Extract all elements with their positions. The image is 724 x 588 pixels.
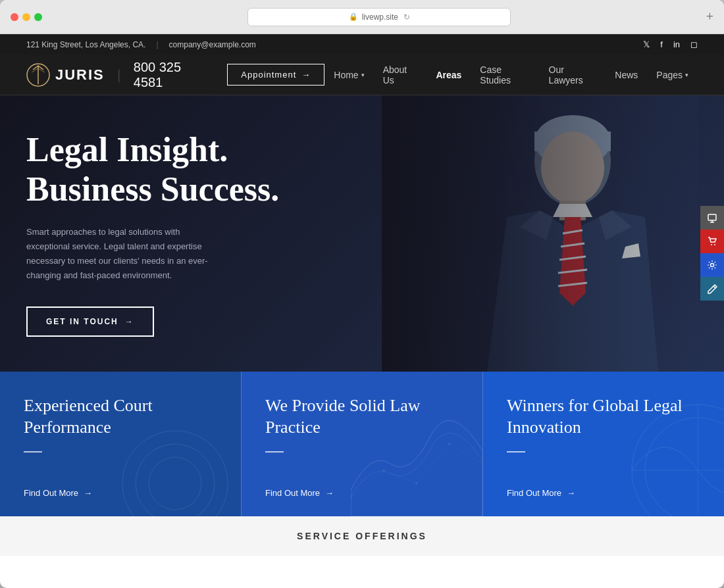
feature-card-3: Winners for Global Legal Innovation Find… xyxy=(482,372,724,516)
maximize-dot[interactable] xyxy=(34,13,42,21)
svg-point-17 xyxy=(711,244,712,245)
top-bar-divider: | xyxy=(156,40,158,49)
svg-point-21 xyxy=(136,444,215,516)
logo-text: JURIS xyxy=(55,66,105,84)
appointment-button[interactable]: Appointment → xyxy=(227,64,324,86)
svg-point-29 xyxy=(448,443,451,445)
card-2-divider xyxy=(265,451,284,453)
svg-rect-13 xyxy=(382,95,698,372)
logo[interactable]: JURIS xyxy=(26,63,105,87)
svg-point-27 xyxy=(382,469,385,472)
browser-dots xyxy=(11,13,42,21)
url-text: livewp.site xyxy=(362,12,398,22)
sidebar-tools xyxy=(700,206,724,301)
tool-preview[interactable] xyxy=(700,206,724,230)
service-bar: SERVICE OFFERINGS xyxy=(0,516,724,556)
email-text: company@example.com xyxy=(169,40,256,49)
tool-edit[interactable] xyxy=(700,277,724,301)
linkedin-icon[interactable]: in xyxy=(673,39,680,49)
minimize-dot[interactable] xyxy=(22,13,30,21)
svg-point-28 xyxy=(415,482,418,485)
get-in-touch-button[interactable]: GET IN TOUCH → xyxy=(26,306,154,337)
facebook-icon[interactable]: f xyxy=(660,39,663,49)
card-3-divider xyxy=(507,451,525,453)
svg-rect-14 xyxy=(708,214,716,220)
nav-our-lawyers[interactable]: Our Lawyers xyxy=(540,55,606,95)
tool-cart[interactable] xyxy=(700,230,724,253)
nav-areas[interactable]: Areas xyxy=(427,55,471,95)
phone-number: 800 325 4581 xyxy=(134,60,211,90)
navbar-divider: | xyxy=(118,67,120,82)
hero-person-image xyxy=(382,95,698,372)
hero-subtitle: Smart approaches to legal solutions with… xyxy=(26,225,224,283)
hero-content: Legal Insight. Business Success. Smart a… xyxy=(0,95,305,372)
main-navigation: Home ▾ About Us Areas Case Studies Our L… xyxy=(324,55,698,95)
refresh-icon[interactable]: ↻ xyxy=(403,12,410,22)
address-text: 121 King Street, Los Angeles, CA. xyxy=(26,40,145,49)
svg-point-32 xyxy=(645,418,724,516)
twitter-icon[interactable]: 𝕏 xyxy=(643,39,650,49)
social-icons: 𝕏 f in ◻ xyxy=(643,39,698,49)
appointment-arrow: → xyxy=(301,70,311,80)
navbar: JURIS | 800 325 4581 Appointment → Home … xyxy=(0,55,724,95)
feature-cards: Experienced Court Performance Find Out M… xyxy=(0,372,724,516)
logo-icon xyxy=(26,63,50,87)
feature-card-1: Experienced Court Performance Find Out M… xyxy=(0,372,241,516)
lock-icon: 🔒 xyxy=(349,12,358,21)
nav-about-us[interactable]: About Us xyxy=(374,55,427,95)
service-label: SERVICE OFFERINGS xyxy=(297,531,427,541)
hero-title: Legal Insight. Business Success. xyxy=(26,130,279,209)
cta-label: GET IN TOUCH xyxy=(46,317,118,326)
hero-section: Legal Insight. Business Success. Smart a… xyxy=(0,95,724,372)
svg-line-25 xyxy=(417,444,450,483)
nav-case-studies[interactable]: Case Studies xyxy=(471,55,539,95)
cta-arrow: → xyxy=(125,317,134,326)
tool-settings[interactable] xyxy=(700,253,724,277)
nav-pages[interactable]: Pages ▾ xyxy=(647,55,698,95)
svg-point-19 xyxy=(711,264,714,267)
card-bg-3 xyxy=(579,385,724,516)
website-content: 121 King Street, Los Angeles, CA. | comp… xyxy=(0,34,724,588)
browser-window: 🔒 livewp.site ↻ + 121 King Street, Los A… xyxy=(0,0,724,588)
svg-line-24 xyxy=(384,470,417,483)
person-svg xyxy=(382,95,698,372)
browser-actions: + xyxy=(706,9,713,24)
card-bg-1 xyxy=(109,385,241,516)
svg-point-18 xyxy=(714,244,715,245)
new-tab-button[interactable]: + xyxy=(706,9,713,24)
nav-news[interactable]: News xyxy=(606,55,647,95)
card-1-divider xyxy=(24,451,42,453)
top-bar: 121 King Street, Los Angeles, CA. | comp… xyxy=(0,34,724,55)
feature-card-2: We Provide Solid Law Practice Find Out M… xyxy=(241,372,482,516)
svg-point-22 xyxy=(149,457,201,510)
close-dot[interactable] xyxy=(11,13,18,21)
instagram-icon[interactable]: ◻ xyxy=(690,39,698,49)
browser-chrome: 🔒 livewp.site ↻ + xyxy=(0,0,724,34)
appointment-label: Appointment xyxy=(241,70,296,80)
card-bg-2 xyxy=(351,398,482,516)
top-bar-contact: 121 King Street, Los Angeles, CA. | comp… xyxy=(26,40,256,49)
address-bar[interactable]: 🔒 livewp.site ↻ xyxy=(247,8,511,26)
nav-home[interactable]: Home ▾ xyxy=(324,55,373,95)
svg-line-23 xyxy=(351,470,384,497)
